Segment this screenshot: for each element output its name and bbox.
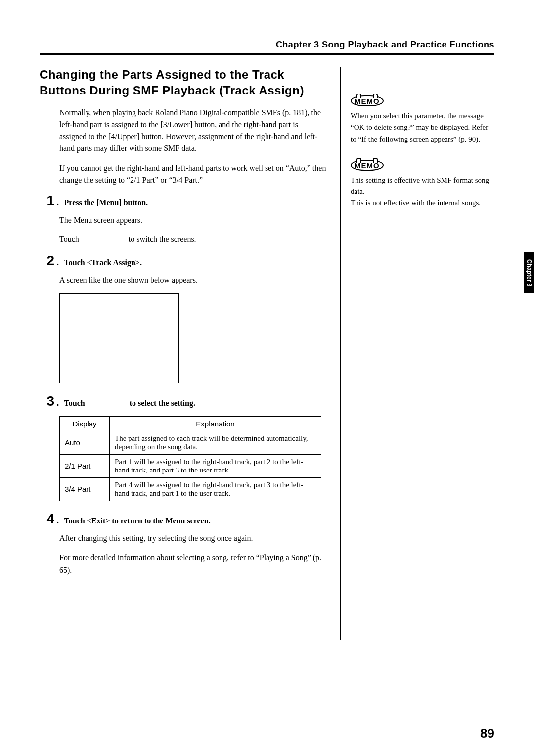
table-header-row: Display Explanation	[60, 416, 321, 431]
step-3-label-b: to select the setting.	[130, 399, 195, 407]
side-tab-chapter: Chapter 3	[524, 252, 534, 293]
th-explanation: Explanation	[110, 416, 321, 431]
step-2-label: Touch <Track Assign>.	[64, 258, 142, 267]
memo-icon: MEMO	[351, 160, 384, 171]
memo-2-text: This setting is effective with SMF forma…	[351, 175, 494, 209]
step-3: 3. Touchto select the setting.	[40, 393, 326, 409]
step-1-sub2b: to switch the screens.	[129, 235, 196, 243]
screenshot-placeholder	[59, 293, 179, 383]
cell-display: 3/4 Part	[60, 477, 110, 501]
step-dot: .	[56, 515, 59, 526]
step-number: 2	[40, 253, 54, 269]
section-title: Changing the Parts Assigned to the Track…	[40, 67, 326, 99]
intro-paragraph-2: If you cannot get the right-hand and lef…	[59, 162, 326, 186]
step-dot: .	[56, 256, 59, 268]
chapter-header: Chapter 3 Song Playback and Practice Fun…	[40, 40, 494, 50]
cell-display: 2/1 Part	[60, 454, 110, 477]
memo-block-1: MEMO When you select this parameter, the…	[351, 95, 494, 145]
table-row: 2/1 Part Part 1 will be assigned to the …	[60, 454, 321, 477]
step-number: 3	[40, 393, 54, 409]
step-dot: .	[56, 397, 59, 408]
step-4-label: Touch <Exit> to return to the Menu scree…	[64, 517, 211, 525]
th-display: Display	[60, 416, 110, 431]
step-1-label: Press the [Menu] button.	[64, 198, 148, 207]
cell-explanation: Part 4 will be assigned to the right-han…	[110, 477, 321, 501]
page-number: 89	[480, 726, 494, 741]
step-1-sub2a: Touch	[59, 235, 79, 243]
step-1-sub2: Touchto switch the screens.	[59, 233, 326, 246]
memo-block-2: MEMO This setting is effective with SMF …	[351, 160, 494, 209]
step-4: 4. Touch <Exit> to return to the Menu sc…	[40, 511, 326, 527]
memo-1-text: When you select this parameter, the mess…	[351, 110, 494, 145]
step-3-label: Touchto select the setting.	[64, 399, 195, 408]
step-1: 1. Press the [Menu] button.	[40, 193, 326, 209]
step-3-label-a: Touch	[64, 399, 85, 407]
step-number: 1	[40, 193, 54, 209]
step-2-sub1: A screen like the one shown below appear…	[59, 274, 326, 286]
header-rule	[40, 53, 494, 55]
table-row: Auto The part assigned to each track wil…	[60, 431, 321, 454]
step-4-sub1: After changing this setting, try selecti…	[59, 532, 326, 545]
step-dot: .	[56, 196, 59, 208]
step-2: 2. Touch <Track Assign>.	[40, 253, 326, 269]
cell-explanation: The part assigned to each track will be …	[110, 431, 321, 454]
cell-explanation: Part 1 will be assigned to the right-han…	[110, 454, 321, 477]
intro-paragraph-1: Normally, when playing back Roland Piano…	[59, 107, 326, 154]
step-4-sub2: For more detailed information about sele…	[59, 551, 326, 576]
step-1-sub1: The Menu screen appears.	[59, 214, 326, 227]
cell-display: Auto	[60, 431, 110, 454]
memo-icon: MEMO	[351, 95, 384, 106]
options-table: Display Explanation Auto The part assign…	[59, 416, 321, 501]
table-row: 3/4 Part Part 4 will be assigned to the …	[60, 477, 321, 501]
step-number: 4	[40, 511, 54, 527]
